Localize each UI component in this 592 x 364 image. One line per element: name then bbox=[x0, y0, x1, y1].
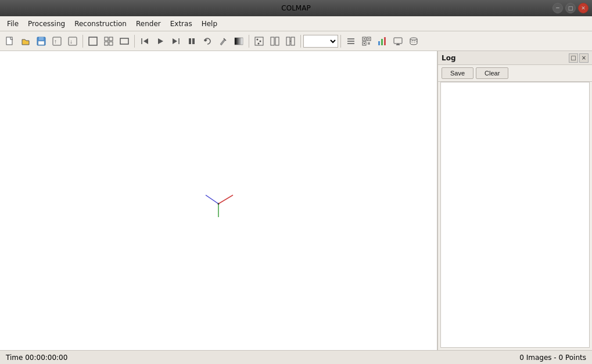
svg-rect-2 bbox=[39, 37, 44, 40]
play-button[interactable] bbox=[153, 34, 168, 49]
svg-rect-0 bbox=[6, 37, 12, 45]
window-controls[interactable]: ─ □ ✕ bbox=[552, 3, 589, 13]
svg-rect-19 bbox=[189, 38, 191, 44]
svg-rect-8 bbox=[89, 37, 97, 45]
pointcloud3-button[interactable] bbox=[283, 34, 298, 49]
log-panel: Log □ × Save Clear bbox=[437, 51, 592, 350]
toolbar: ↑ ↓ bbox=[0, 31, 592, 51]
log-clear-button[interactable]: Clear bbox=[476, 67, 508, 79]
single-view-button[interactable] bbox=[85, 34, 101, 49]
svg-marker-15 bbox=[143, 38, 148, 44]
pointcloud1-button[interactable] bbox=[252, 34, 267, 49]
svg-rect-39 bbox=[364, 38, 365, 39]
open-button[interactable] bbox=[18, 34, 33, 49]
svg-point-57 bbox=[218, 203, 220, 204]
separator-3 bbox=[249, 35, 249, 48]
svg-marker-18 bbox=[173, 38, 177, 44]
svg-rect-28 bbox=[271, 37, 274, 45]
save-button[interactable] bbox=[34, 34, 49, 49]
wideview-button[interactable] bbox=[117, 34, 132, 49]
svg-rect-47 bbox=[381, 39, 383, 45]
separator-5 bbox=[340, 35, 341, 48]
menu-render[interactable]: Render bbox=[131, 18, 166, 30]
svg-rect-13 bbox=[120, 38, 128, 44]
main-area: Log □ × Save Clear bbox=[0, 51, 592, 350]
svg-line-54 bbox=[218, 195, 233, 204]
log-close-button[interactable]: × bbox=[579, 53, 589, 63]
list-button[interactable] bbox=[343, 34, 358, 49]
chart-button[interactable] bbox=[375, 34, 390, 49]
svg-text:↓: ↓ bbox=[70, 38, 73, 45]
database-button[interactable] bbox=[406, 34, 421, 49]
grid-view-button[interactable] bbox=[101, 34, 116, 49]
new-button[interactable] bbox=[2, 34, 17, 49]
svg-rect-12 bbox=[109, 42, 113, 45]
svg-rect-48 bbox=[384, 37, 386, 45]
svg-rect-9 bbox=[105, 37, 108, 41]
last-button[interactable] bbox=[168, 34, 184, 49]
menu-extras[interactable]: Extras bbox=[166, 18, 197, 30]
menu-reconstruction[interactable]: Reconstruction bbox=[70, 18, 131, 30]
log-header-buttons[interactable]: □ × bbox=[569, 53, 589, 63]
svg-rect-3 bbox=[38, 41, 44, 45]
separator-2 bbox=[134, 35, 135, 48]
svg-point-52 bbox=[410, 38, 417, 40]
svg-rect-41 bbox=[364, 43, 365, 44]
separator-1 bbox=[82, 35, 83, 48]
svg-point-26 bbox=[260, 40, 261, 42]
view-dropdown[interactable] bbox=[303, 35, 338, 48]
svg-point-27 bbox=[258, 42, 260, 44]
refresh-button[interactable] bbox=[200, 34, 215, 49]
svg-text:↑: ↑ bbox=[54, 38, 57, 45]
svg-rect-11 bbox=[105, 42, 108, 45]
menu-file[interactable]: File bbox=[2, 18, 23, 30]
maximize-button[interactable]: □ bbox=[565, 3, 576, 13]
statusbar-time: Time 00:00:00:00 bbox=[6, 354, 67, 362]
separator-4 bbox=[300, 35, 301, 48]
svg-point-53 bbox=[410, 40, 417, 42]
log-header: Log □ × bbox=[438, 51, 592, 65]
statusbar: Time 00:00:00:00 0 Images - 0 Points bbox=[0, 350, 592, 364]
first-button[interactable] bbox=[137, 34, 152, 49]
log-content[interactable] bbox=[440, 82, 590, 348]
svg-rect-10 bbox=[109, 37, 113, 41]
svg-rect-20 bbox=[192, 38, 195, 44]
pointcloud2-button[interactable] bbox=[267, 34, 282, 49]
color-button[interactable] bbox=[231, 34, 246, 49]
import-button[interactable]: ↑ bbox=[49, 34, 64, 49]
pause-button[interactable] bbox=[184, 34, 199, 49]
log-title: Log bbox=[442, 54, 455, 62]
app-title: COLMAP bbox=[281, 4, 310, 12]
export-button[interactable]: ↓ bbox=[65, 34, 80, 49]
svg-marker-16 bbox=[158, 38, 163, 44]
axis-widget bbox=[195, 178, 242, 224]
svg-rect-30 bbox=[286, 37, 290, 45]
statusbar-info: 0 Images - 0 Points bbox=[519, 354, 586, 362]
close-button[interactable]: ✕ bbox=[578, 3, 589, 13]
svg-rect-31 bbox=[291, 37, 295, 45]
svg-rect-46 bbox=[378, 41, 380, 45]
titlebar: COLMAP ─ □ ✕ bbox=[0, 0, 592, 16]
edit-button[interactable] bbox=[216, 34, 231, 49]
svg-rect-40 bbox=[368, 38, 369, 39]
log-toolbar: Save Clear bbox=[438, 65, 592, 82]
svg-rect-29 bbox=[275, 37, 279, 45]
menu-help[interactable]: Help bbox=[197, 18, 222, 30]
svg-rect-49 bbox=[394, 38, 402, 44]
svg-line-55 bbox=[206, 195, 218, 204]
log-save-button[interactable]: Save bbox=[442, 67, 473, 79]
minimize-button[interactable]: ─ bbox=[552, 3, 563, 13]
svg-point-25 bbox=[257, 38, 259, 40]
svg-rect-42 bbox=[368, 42, 369, 44]
svg-rect-44 bbox=[368, 44, 369, 45]
qr-button[interactable] bbox=[359, 34, 374, 49]
svg-rect-43 bbox=[369, 42, 370, 44]
3d-viewport[interactable] bbox=[0, 51, 437, 350]
svg-rect-23 bbox=[235, 38, 243, 45]
log-float-button[interactable]: □ bbox=[569, 53, 578, 63]
svg-rect-45 bbox=[369, 44, 370, 45]
menu-processing[interactable]: Processing bbox=[23, 18, 70, 30]
monitor-button[interactable] bbox=[390, 34, 406, 49]
menubar: File Processing Reconstruction Render Ex… bbox=[0, 16, 592, 31]
